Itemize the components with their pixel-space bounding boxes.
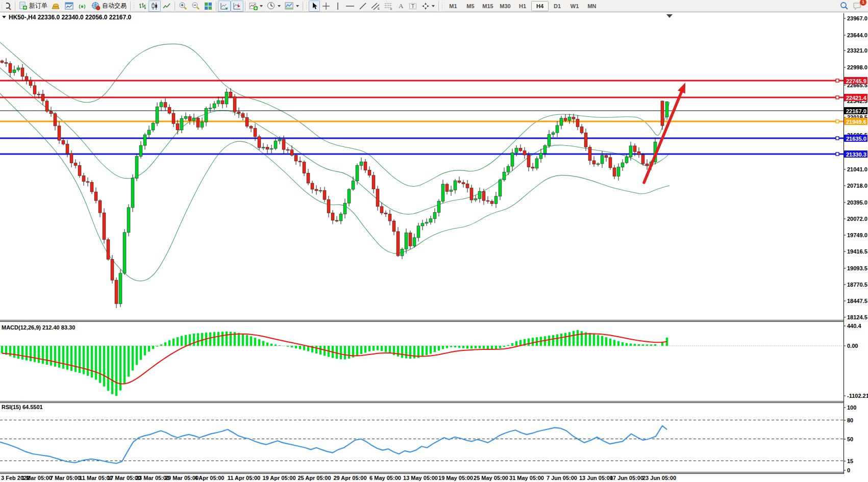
timeframe-m15[interactable]: M15: [479, 1, 497, 11]
timeframe-mn[interactable]: MN: [583, 1, 601, 11]
macd-tick-label: 440.4: [847, 323, 861, 329]
new-chart-button[interactable]: [63, 1, 76, 12]
candle-body: [286, 149, 289, 150]
chart-canvas[interactable]: HK50-,H4 22336.0 22340.0 22056.0 22167.0…: [0, 0, 868, 482]
line-handle[interactable]: [836, 137, 839, 140]
candle-body: [74, 163, 77, 165]
zoom-out-icon: [191, 2, 200, 10]
candle-body: [445, 184, 449, 191]
trendline-icon: [359, 2, 367, 10]
gold-bars-icon: [52, 2, 61, 10]
crosshair-icon: [322, 2, 330, 10]
candle-body: [470, 188, 473, 200]
line-chart-button[interactable]: [161, 1, 173, 12]
candle-body: [90, 182, 93, 192]
date-tick-label: 23 Jun 05:00: [642, 475, 676, 481]
line-handle[interactable]: [836, 120, 839, 123]
candle-body: [392, 221, 395, 232]
periods-button[interactable]: [265, 1, 283, 12]
line-handle[interactable]: [836, 96, 839, 99]
candle-body: [556, 125, 559, 133]
timeframe-h1[interactable]: H1: [514, 1, 531, 11]
clipped-left-button[interactable]: [4, 1, 13, 12]
rsi-tick-label: 100: [847, 404, 856, 411]
signals-button[interactable]: [76, 1, 89, 12]
equidistant-channel-button[interactable]: E: [369, 1, 382, 12]
vertical-line-button[interactable]: [332, 1, 343, 12]
candle-body: [597, 164, 600, 165]
candle-body: [388, 214, 391, 221]
date-tick-label: 19 Apr 05:00: [262, 475, 295, 481]
candle-body: [82, 176, 85, 182]
date-tick-label: 6 May 05:00: [369, 475, 401, 481]
candle-body: [233, 97, 236, 112]
candle-body: [629, 146, 632, 157]
candle-body: [168, 107, 171, 113]
toolbar-grip[interactable]: [1, 2, 3, 10]
tile-windows-button[interactable]: [202, 1, 214, 12]
new-order-button[interactable]: 新订单: [17, 1, 49, 12]
horizontal-line-button[interactable]: [343, 1, 357, 12]
text-label-button[interactable]: T: [407, 1, 419, 12]
timeframe-h4[interactable]: H4: [531, 1, 549, 11]
line-handle[interactable]: [836, 79, 839, 82]
indicators-button[interactable]: [247, 1, 265, 12]
text-button[interactable]: A: [395, 1, 407, 12]
bar-chart-button[interactable]: [136, 1, 148, 12]
candle-body: [613, 168, 616, 176]
candle-body: [458, 181, 461, 182]
search-icon: [840, 2, 849, 10]
timeframe-d1[interactable]: D1: [549, 1, 566, 11]
candle-body: [454, 181, 457, 190]
timeframe-m1[interactable]: M1: [444, 1, 462, 11]
timeframe-w1[interactable]: W1: [566, 1, 583, 11]
timeframe-m5[interactable]: M5: [462, 1, 479, 11]
auto-scroll-icon: [220, 2, 229, 10]
arrows-button[interactable]: [419, 1, 437, 12]
candle-body: [331, 213, 334, 220]
svg-text:T: T: [411, 4, 414, 9]
templates-button[interactable]: [283, 1, 301, 12]
fibonacci-button[interactable]: F: [382, 1, 395, 12]
candle-body: [523, 151, 526, 155]
candle-body: [617, 167, 620, 176]
candle-body: [364, 162, 367, 170]
channel-icon: E: [371, 2, 380, 10]
candle-body: [368, 170, 371, 175]
auto-trading-button[interactable]: 自动交易: [89, 1, 129, 12]
price-tick-label: 20072.0: [847, 216, 867, 222]
trendline-button[interactable]: [357, 1, 369, 12]
zoom-out-button[interactable]: [189, 1, 202, 12]
notifications-button[interactable]: 1: [851, 1, 864, 12]
price-tick-label: 22998.0: [847, 64, 867, 70]
candle-body: [266, 147, 269, 149]
candle-body: [560, 118, 563, 125]
price-tick-label: 23644.0: [847, 32, 867, 38]
candle-body: [192, 118, 195, 120]
crosshair-button[interactable]: [320, 1, 332, 12]
timeframe-m30[interactable]: M30: [497, 1, 514, 11]
candle-body: [466, 184, 469, 188]
candle-body: [294, 155, 297, 161]
macd-tick-label: -1102.21: [847, 393, 868, 399]
text-label-icon: T: [409, 2, 417, 10]
candle-body: [258, 137, 261, 148]
macd-tick-label: 0.00: [847, 343, 858, 349]
line-handle[interactable]: [836, 153, 839, 156]
zoom-in-button[interactable]: [177, 1, 189, 12]
auto-scroll-button[interactable]: [218, 1, 231, 12]
gold-bars-button[interactable]: [49, 1, 63, 12]
candle-body: [482, 191, 485, 200]
candle-body: [527, 155, 530, 167]
candle-body: [196, 118, 200, 127]
candle-body: [241, 114, 244, 118]
date-tick-label: 17 Jun 05:00: [610, 475, 643, 481]
candlestick-chart-button[interactable]: [148, 1, 161, 12]
chart-shift-button[interactable]: [231, 1, 243, 12]
cursor-button[interactable]: [309, 1, 320, 12]
candle-body: [86, 182, 89, 183]
search-button[interactable]: [838, 1, 851, 12]
price-tick-label: 18770.5: [847, 282, 867, 288]
chart-shift-icon: [233, 2, 241, 10]
signal-icon: [78, 2, 87, 10]
